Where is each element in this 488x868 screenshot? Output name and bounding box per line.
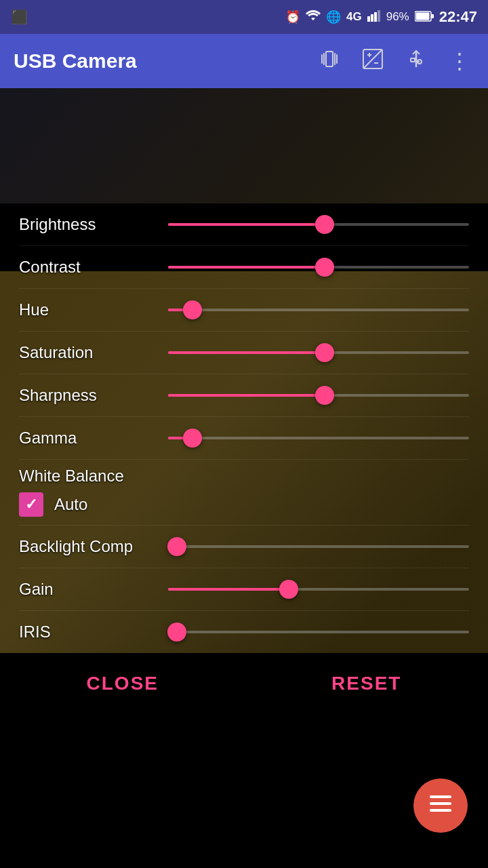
globe-icon: 🌐	[326, 9, 341, 24]
wifi-icon	[306, 9, 321, 25]
camera-status-icon: ⬛	[11, 9, 28, 25]
fab-button[interactable]	[413, 778, 468, 833]
status-left: ⬛	[11, 9, 28, 25]
contrast-slider[interactable]	[168, 265, 469, 269]
svg-rect-2	[374, 12, 377, 22]
gamma-row: Gamma	[0, 417, 488, 459]
saturation-slider[interactable]	[168, 351, 469, 355]
svg-rect-0	[367, 16, 370, 22]
battery-label: 96%	[386, 10, 409, 24]
more-icon[interactable]: ⋮	[445, 48, 474, 74]
hue-label: Hue	[19, 300, 168, 319]
battery-icon	[415, 9, 434, 25]
svg-rect-1	[371, 14, 373, 22]
bottom-buttons: CLOSE RESET	[0, 653, 488, 714]
svg-rect-23	[430, 802, 451, 805]
saturation-row: Saturation	[0, 332, 488, 374]
app-title: USB Camera	[14, 50, 301, 73]
auto-label: Auto	[54, 495, 87, 514]
iris-row: IRIS	[0, 611, 488, 653]
svg-rect-22	[430, 795, 451, 798]
vibration-icon[interactable]	[314, 49, 344, 74]
close-button[interactable]: CLOSE	[66, 666, 179, 701]
checkmark-icon: ✓	[25, 496, 37, 513]
svg-rect-6	[431, 14, 434, 18]
brightness-label: Brightness	[19, 215, 168, 234]
iris-slider[interactable]	[168, 630, 469, 634]
gamma-label: Gamma	[19, 429, 168, 448]
svg-rect-3	[378, 10, 380, 22]
reset-button[interactable]: RESET	[311, 666, 422, 701]
app-bar: USB Camera ⋮	[0, 34, 488, 88]
gain-row: Gain	[0, 568, 488, 610]
exposure-icon[interactable]	[358, 48, 388, 75]
gain-label: Gain	[19, 580, 168, 599]
iris-label: IRIS	[19, 623, 168, 642]
gamma-slider[interactable]	[168, 436, 469, 440]
signal-bars-icon	[367, 9, 381, 25]
alarm-icon: ⏰	[285, 9, 300, 24]
backlight-slider[interactable]	[168, 545, 469, 549]
hue-slider[interactable]	[168, 308, 469, 312]
svg-rect-5	[415, 12, 429, 20]
svg-rect-24	[430, 809, 451, 812]
sharpness-label: Sharpness	[19, 386, 168, 405]
brightness-row: Brightness	[0, 203, 488, 245]
white-balance-label: White Balance	[19, 467, 469, 486]
svg-rect-11	[334, 53, 336, 65]
white-balance-auto-row: ✓ Auto	[19, 490, 469, 522]
sharpness-slider[interactable]	[168, 393, 469, 397]
saturation-label: Saturation	[19, 343, 168, 362]
svg-rect-8	[321, 54, 323, 64]
menu-icon	[428, 794, 453, 818]
sharpness-row: Sharpness	[0, 374, 488, 416]
white-balance-section: White Balance ✓ Auto	[0, 460, 488, 525]
status-bar: ⬛ ⏰ 🌐 4G 96% 22:47	[0, 0, 488, 34]
gain-slider[interactable]	[168, 587, 469, 591]
brightness-slider[interactable]	[168, 222, 469, 226]
status-right: ⏰ 🌐 4G 96% 22:47	[285, 8, 477, 26]
settings-panel: Brightness Contrast Hue Saturation	[0, 203, 488, 653]
contrast-row: Contrast	[0, 246, 488, 288]
auto-checkbox[interactable]: ✓	[19, 492, 43, 517]
usb-icon[interactable]	[401, 49, 431, 74]
svg-rect-7	[326, 52, 333, 66]
hue-row: Hue	[0, 289, 488, 331]
camera-preview	[0, 88, 488, 203]
backlight-label: Backlight Comp	[19, 537, 168, 556]
svg-line-16	[363, 50, 382, 68]
backlight-row: Backlight Comp	[0, 526, 488, 568]
svg-rect-10	[323, 53, 325, 65]
contrast-label: Contrast	[19, 258, 168, 277]
4g-label: 4G	[346, 10, 362, 24]
svg-rect-9	[336, 54, 338, 64]
time-display: 22:47	[439, 8, 477, 26]
